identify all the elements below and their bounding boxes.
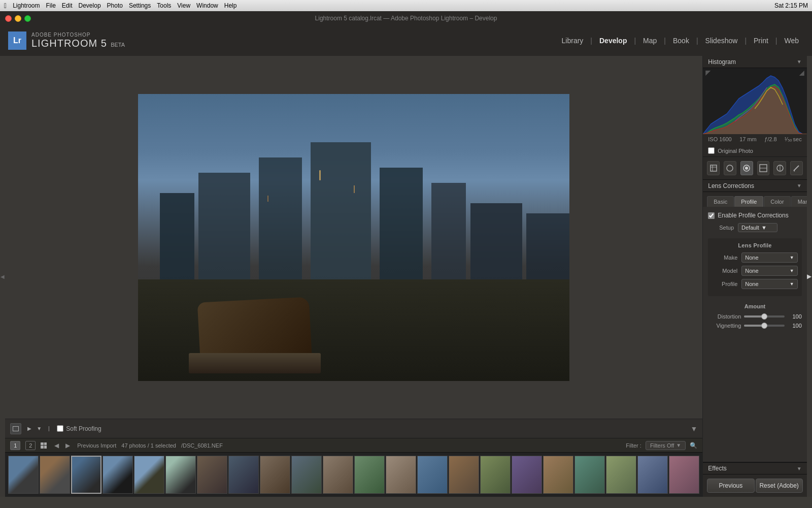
menu-develop[interactable]: Develop [79, 2, 101, 9]
single-view-button[interactable] [10, 423, 21, 434]
flag-button[interactable]: ▶ [25, 425, 33, 433]
film-thumb-22[interactable] [669, 456, 699, 494]
menu-photo[interactable]: Photo [107, 2, 123, 9]
menu-settings[interactable]: Settings [129, 2, 151, 9]
spot-removal-button[interactable] [724, 161, 736, 175]
film-thumb-8[interactable] [228, 456, 259, 494]
menu-lightroom[interactable]: Lightroom [13, 2, 40, 9]
filter-search-icon[interactable]: 🔍 [690, 442, 697, 449]
film-thumb-13[interactable] [386, 456, 416, 494]
nav-book[interactable]: Book [668, 35, 694, 47]
tab-2[interactable]: 2 [25, 441, 36, 450]
app-header: Lr ADOBE PHOTOSHOP LIGHTROOM 5 BETA Libr… [0, 25, 812, 56]
film-thumb-18[interactable] [543, 456, 573, 494]
reset-button[interactable]: Reset (Adobe) [756, 479, 803, 493]
color-button[interactable]: | [45, 425, 53, 433]
nav-print[interactable]: Print [749, 35, 773, 47]
film-thumb-21[interactable] [637, 456, 668, 494]
original-photo-checkbox[interactable] [708, 147, 715, 154]
menu-view[interactable]: View [177, 2, 190, 9]
vignetting-slider[interactable] [744, 325, 784, 327]
shadow-clipping-icon[interactable] [705, 71, 710, 76]
menu-edit[interactable]: Edit [62, 2, 73, 9]
histogram-header[interactable]: Histogram ▼ [703, 56, 806, 68]
film-thumb-5[interactable] [134, 456, 164, 494]
lens-tab-manual[interactable]: Manual [791, 196, 807, 207]
photo-canvas [138, 94, 569, 381]
nav-slideshow[interactable]: Slideshow [700, 35, 743, 47]
film-thumb-17[interactable] [512, 456, 542, 494]
crop-tool-button[interactable] [707, 161, 720, 175]
prev-photo-button[interactable]: ◀ [52, 441, 61, 450]
nav-library[interactable]: Library [557, 35, 589, 47]
star-button[interactable]: ▼ [35, 425, 43, 433]
distortion-slider[interactable] [744, 315, 784, 318]
close-button[interactable] [5, 15, 12, 22]
film-thumb-6[interactable] [165, 456, 196, 494]
enable-profile-label: Enable Profile Corrections [718, 212, 788, 219]
status-bar: 1 2 ◀ ▶ Previous Import 47 photos / 1 se… [5, 438, 702, 452]
previous-button[interactable]: Previous [707, 479, 754, 493]
lens-tab-basic[interactable]: Basic [707, 196, 734, 207]
model-dropdown[interactable]: None ▼ [741, 266, 797, 276]
right-panel-toggle[interactable]: ▶ [807, 56, 812, 497]
film-thumb-19[interactable] [574, 456, 605, 494]
profile-dropdown[interactable]: None ▼ [741, 279, 797, 289]
filter-dropdown[interactable]: Filters Off ▼ [646, 441, 686, 450]
minimize-button[interactable] [15, 15, 21, 22]
film-thumb-16[interactable] [480, 456, 511, 494]
film-thumb-20[interactable] [606, 456, 636, 494]
svg-point-4 [727, 165, 733, 171]
lens-tab-color[interactable]: Color [764, 196, 790, 207]
menu-help[interactable]: Help [224, 2, 237, 9]
film-thumb-3[interactable] [71, 456, 101, 494]
apple-menu[interactable]:  [4, 2, 7, 10]
effects-title: Effects [708, 465, 726, 472]
film-thumb-9[interactable] [260, 456, 290, 494]
maximize-button[interactable] [24, 15, 31, 22]
film-thumb-4[interactable] [103, 456, 133, 494]
enable-profile-checkbox[interactable] [708, 212, 715, 219]
film-thumb-7[interactable] [197, 456, 227, 494]
red-eye-button[interactable] [740, 161, 753, 175]
film-thumb-10[interactable] [291, 456, 322, 494]
app-logo: Lr ADOBE PHOTOSHOP LIGHTROOM 5 BETA [8, 31, 125, 50]
lens-corrections-header[interactable]: Lens Corrections ▼ [703, 180, 806, 192]
film-thumb-2[interactable] [40, 456, 70, 494]
window-title: Lightroom 5 catalog.lrcat — Adobe Photos… [315, 15, 497, 22]
profile-chevron-icon: ▼ [790, 281, 794, 287]
make-label: Make [712, 255, 737, 261]
soft-proofing-checkbox[interactable] [57, 425, 63, 432]
shutter-speed-label: ¹⁄₅₀ sec [785, 136, 802, 143]
lens-tab-profile[interactable]: Profile [734, 196, 763, 207]
adjustment-brush-button[interactable] [790, 161, 803, 175]
menu-window[interactable]: Window [196, 2, 218, 9]
lens-corrections-section: Lens Corrections ▼ Basic Profile Color M… [703, 180, 806, 462]
menu-tools[interactable]: Tools [157, 2, 171, 9]
setup-dropdown[interactable]: Default ▼ [738, 223, 777, 232]
graduated-filter-button[interactable] [757, 161, 770, 175]
film-thumb-14[interactable] [417, 456, 448, 494]
highlight-clipping-icon[interactable] [799, 71, 804, 76]
vignetting-label: Vignetting [708, 323, 741, 329]
next-photo-button[interactable]: ▶ [63, 441, 72, 450]
film-thumb-1[interactable] [8, 456, 39, 494]
focal-length-label: 17 mm [739, 136, 757, 143]
nav-develop[interactable]: Develop [594, 35, 632, 47]
nav-web[interactable]: Web [779, 35, 804, 47]
effects-header[interactable]: Effects ▼ [703, 462, 806, 474]
make-dropdown[interactable]: None ▼ [741, 252, 797, 263]
nav-map[interactable]: Map [638, 35, 662, 47]
radial-filter-button[interactable] [773, 161, 786, 175]
left-panel-toggle[interactable]: ◀ [0, 56, 5, 497]
tab-1[interactable]: 1 [10, 441, 20, 450]
grid-view-button[interactable] [41, 442, 47, 449]
menu-file[interactable]: File [46, 2, 56, 9]
window-controls[interactable] [5, 15, 31, 22]
film-thumb-12[interactable] [354, 456, 385, 494]
film-thumb-15[interactable] [449, 456, 479, 494]
center-content: ▶ ▼ | Soft Proofing ▼ 1 2 ◀ ▶ [5, 56, 702, 497]
expand-icon[interactable]: ▼ [690, 425, 697, 433]
film-thumb-11[interactable] [323, 456, 353, 494]
import-source-label[interactable]: Previous Import [77, 442, 116, 449]
